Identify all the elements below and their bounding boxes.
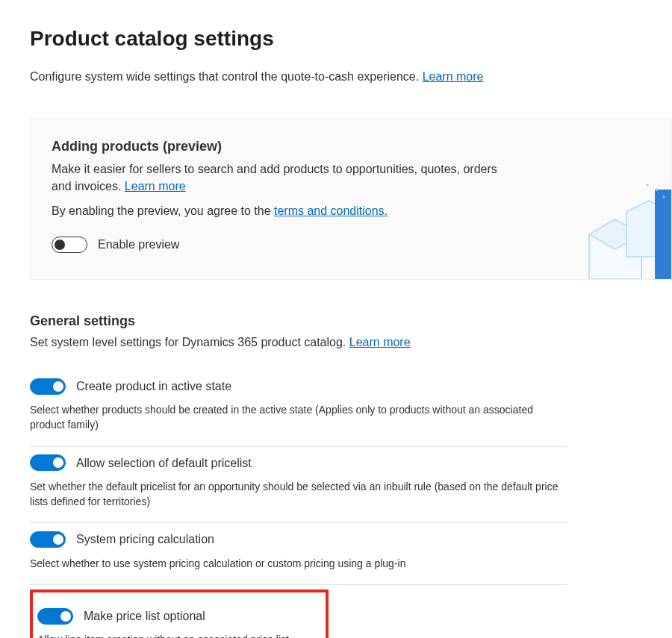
toggle-knob-icon (60, 611, 71, 622)
svg-rect-3 (655, 190, 671, 279)
svg-point-6 (663, 196, 665, 198)
create-product-active-label: Create product in active state (76, 378, 231, 395)
default-pricelist-label: Allow selection of default pricelist (76, 454, 252, 472)
toggle-knob-icon (55, 240, 65, 250)
setting-create-product-active: Create product in active state Select wh… (30, 370, 567, 447)
preview-desc: Make it easier for sellers to search and… (52, 160, 500, 195)
page-subtitle: Configure system wide settings that cont… (30, 68, 672, 85)
general-settings-desc: Set system level settings for Dynamics 3… (30, 334, 672, 351)
preview-decorative-art (544, 182, 672, 280)
preview-box: Adding products (preview) Make it easier… (30, 118, 672, 280)
general-desc-text: Set system level settings for Dynamics 3… (30, 336, 346, 348)
preview-title: Adding products (preview) (52, 137, 650, 156)
default-pricelist-toggle[interactable] (30, 454, 66, 471)
toggle-knob-icon (53, 457, 63, 468)
page-learn-more-link[interactable]: Learn more (423, 70, 484, 83)
general-settings-title: General settings (30, 311, 672, 331)
setting-price-list-optional: Make price list optional Allow line item… (37, 600, 318, 638)
page-subtitle-text: Configure system wide settings that cont… (30, 70, 419, 83)
enable-preview-toggle[interactable] (52, 237, 87, 253)
page-title: Product catalog settings (30, 24, 672, 54)
svg-point-5 (647, 184, 649, 186)
create-product-active-help: Select whether products should be create… (30, 402, 567, 433)
price-list-optional-label: Make price list optional (84, 607, 205, 625)
preview-learn-more-link[interactable]: Learn more (125, 180, 186, 193)
toggle-knob-icon (53, 381, 63, 392)
setting-default-pricelist: Allow selection of default pricelist Set… (30, 447, 567, 524)
general-learn-more-link[interactable]: Learn more (349, 336, 411, 348)
toggle-knob-icon (53, 534, 63, 545)
setting-row: Make price list optional (37, 607, 318, 625)
price-list-optional-toggle[interactable] (37, 608, 73, 625)
svg-point-4 (655, 188, 658, 191)
setting-row: System pricing calculation (30, 531, 567, 548)
system-pricing-label: System pricing calculation (76, 531, 214, 548)
preview-desc-text: Make it easier for sellers to search and… (52, 163, 497, 193)
setting-system-pricing: System pricing calculation Select whethe… (30, 523, 567, 584)
system-pricing-help: Select whether to use system pricing cal… (30, 556, 567, 571)
default-pricelist-help: Set whether the default pricelist for an… (30, 479, 567, 510)
preview-terms-link[interactable]: terms and conditions. (274, 204, 388, 217)
preview-terms-prefix: By enabling the preview, you agree to th… (52, 204, 271, 217)
preview-toggle-row: Enable preview (52, 236, 650, 253)
enable-preview-toggle-label: Enable preview (98, 236, 179, 253)
preview-terms: By enabling the preview, you agree to th… (52, 202, 650, 219)
highlight-make-price-list-optional: Make price list optional Allow line item… (30, 589, 329, 638)
create-product-active-toggle[interactable] (30, 378, 66, 395)
system-pricing-toggle[interactable] (30, 531, 66, 548)
price-list-optional-help: Allow line item creation without an asso… (37, 632, 318, 638)
setting-row: Allow selection of default pricelist (30, 454, 567, 472)
setting-row: Create product in active state (30, 378, 567, 395)
